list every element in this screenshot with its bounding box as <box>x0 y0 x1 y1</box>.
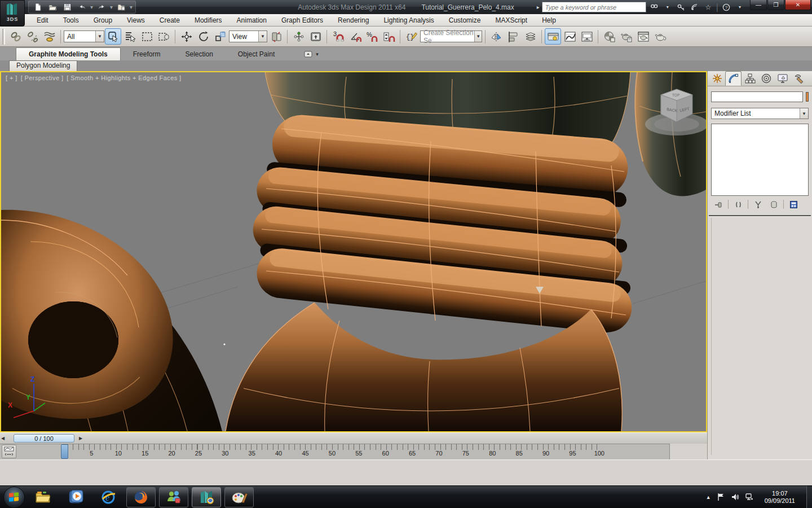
schematic-view-button[interactable] <box>579 28 595 45</box>
new-scene-button[interactable] <box>31 2 45 13</box>
ribbon-tab-selection[interactable]: Selection <box>173 48 225 60</box>
action-center-flag-icon[interactable] <box>717 493 725 501</box>
select-and-link-button[interactable] <box>7 28 24 45</box>
tab-create[interactable] <box>709 71 725 86</box>
curve-editor-button[interactable] <box>562 28 578 45</box>
quick-render-button[interactable] <box>652 28 668 45</box>
pin-stack-button[interactable] <box>712 199 725 209</box>
infocenter-search-input[interactable] <box>542 2 646 12</box>
menu-item-tools[interactable]: Tools <box>56 15 86 26</box>
track-bar-frame-handle[interactable] <box>61 444 68 459</box>
select-object-button[interactable] <box>105 28 121 45</box>
use-pivot-point-center-button[interactable] <box>268 28 284 45</box>
window-crossing-toggle-button[interactable] <box>156 28 172 45</box>
modifier-list-dropdown[interactable]: Modifier List ▼ <box>711 108 809 119</box>
restore-button[interactable]: ❐ <box>767 0 784 10</box>
render-setup-button[interactable] <box>618 28 634 45</box>
time-slider-next-arrow[interactable]: ▶ <box>78 436 83 441</box>
select-and-scale-button[interactable] <box>212 28 228 45</box>
infocenter-expand-icon[interactable]: ▸ <box>537 4 540 10</box>
start-button[interactable] <box>3 487 25 508</box>
rendered-frame-window-button[interactable] <box>635 28 651 45</box>
ribbon-panel-polygon-modeling[interactable]: Polygon Modeling <box>9 60 77 71</box>
menu-item-create[interactable]: Create <box>152 15 187 26</box>
taskbar-clock[interactable]: 19:07 09/09/2011 <box>765 490 795 505</box>
named-selection-sets-dropdown[interactable]: Create Selection Se▼ <box>420 30 482 42</box>
tab-display[interactable] <box>774 71 791 86</box>
menu-item-rendering[interactable]: Rendering <box>330 15 376 26</box>
undo-dropdown[interactable]: ▾ <box>90 4 94 10</box>
menu-item-group[interactable]: Group <box>86 15 120 26</box>
material-editor-button[interactable] <box>601 28 617 45</box>
search-icon[interactable] <box>648 2 660 12</box>
reference-coordinate-system-dropdown[interactable]: View▼ <box>229 30 267 42</box>
show-desktop-button[interactable] <box>806 486 812 508</box>
track-bar-ruler[interactable] <box>62 444 602 450</box>
unlink-selection-button[interactable] <box>24 28 41 45</box>
percent-snap-toggle-button[interactable]: % <box>364 28 380 45</box>
perspective-viewport[interactable]: X Y Z BACK LEFT TOP [ + ] [ Perspective … <box>0 71 707 432</box>
undo-button[interactable] <box>75 2 89 13</box>
tab-modify[interactable] <box>725 71 742 86</box>
project-folder-button[interactable] <box>114 2 128 13</box>
ribbon-tab-freeform[interactable]: Freeform <box>121 48 173 60</box>
redo-button[interactable] <box>95 2 108 13</box>
help-icon[interactable]: ? <box>721 2 732 12</box>
select-by-name-button[interactable] <box>122 28 138 45</box>
close-button[interactable]: ✕ <box>785 0 811 10</box>
select-and-move-button[interactable] <box>178 28 195 45</box>
menu-item-edit[interactable]: Edit <box>29 15 56 26</box>
open-file-button[interactable] <box>46 2 59 13</box>
taskbar-paint-button[interactable] <box>224 487 254 507</box>
communication-center-icon[interactable] <box>689 2 700 12</box>
taskbar-media-player-button[interactable] <box>61 487 90 507</box>
align-button[interactable] <box>505 28 522 45</box>
select-and-manipulate-button[interactable] <box>290 28 307 45</box>
graphite-modeling-tools-toggle-button[interactable] <box>545 28 561 45</box>
rectangular-selection-region-button[interactable] <box>139 28 155 45</box>
qat-customize-dropdown[interactable]: ▾ <box>129 4 133 10</box>
help-dropdown[interactable]: ▾ <box>734 2 745 12</box>
edit-named-selection-sets-button[interactable]: {} <box>403 28 420 45</box>
taskbar-internet-explorer-button[interactable]: e <box>94 487 123 507</box>
selection-filter-dropdown[interactable]: All▼ <box>64 30 104 42</box>
menu-item-modifiers[interactable]: Modifiers <box>187 15 230 26</box>
viewport-view-menu[interactable]: [ Perspective ] <box>21 75 64 81</box>
menu-item-animation[interactable]: Animation <box>230 15 274 26</box>
redo-dropdown[interactable]: ▾ <box>109 4 113 10</box>
open-mini-curve-editor-button[interactable] <box>2 445 16 458</box>
bind-to-space-warp-button[interactable] <box>41 28 58 45</box>
taskbar-messenger-button[interactable] <box>159 487 188 507</box>
show-end-result-button[interactable] <box>732 199 744 209</box>
taskbar-explorer-button[interactable] <box>28 487 58 507</box>
keyboard-shortcut-override-button[interactable] <box>307 28 324 45</box>
angle-snap-toggle-button[interactable] <box>347 28 363 45</box>
toolbar-drag-handle[interactable] <box>2 29 5 45</box>
object-color-swatch[interactable] <box>806 92 809 102</box>
favorites-star-icon[interactable]: ☆ <box>703 2 714 12</box>
time-slider-prev-arrow[interactable]: ◀ <box>0 436 6 441</box>
save-file-button[interactable] <box>60 2 74 13</box>
make-unique-button[interactable] <box>752 199 764 209</box>
taskbar-3dsmax-button[interactable] <box>192 487 221 507</box>
menu-item-maxscript[interactable]: MAXScript <box>488 15 535 26</box>
configure-modifier-sets-button[interactable] <box>787 199 800 209</box>
remove-modifier-button[interactable] <box>767 199 780 209</box>
minimize-button[interactable]: — <box>750 0 767 10</box>
menu-item-lighting-analysis[interactable]: Lighting Analysis <box>376 15 441 26</box>
tab-motion[interactable] <box>758 71 774 86</box>
menu-item-help[interactable]: Help <box>535 15 563 26</box>
volume-icon[interactable] <box>731 493 739 501</box>
object-name-input[interactable] <box>711 91 803 102</box>
tab-hierarchy[interactable] <box>742 71 758 86</box>
network-icon[interactable] <box>745 493 753 501</box>
menu-item-views[interactable]: Views <box>120 15 152 26</box>
ribbon-minimize-button[interactable]: ▾ <box>304 50 321 58</box>
spinner-snap-toggle-button[interactable] <box>381 28 397 45</box>
viewport-menu-plus[interactable]: [ + ] <box>6 75 17 81</box>
taskbar-firefox-button[interactable] <box>126 487 156 507</box>
ribbon-tab-object-paint[interactable]: Object Paint <box>226 48 287 60</box>
search-options-dropdown[interactable]: ▾ <box>662 2 673 12</box>
time-slider[interactable]: 0 / 100 <box>14 434 74 443</box>
modifier-stack-list[interactable] <box>711 124 809 196</box>
